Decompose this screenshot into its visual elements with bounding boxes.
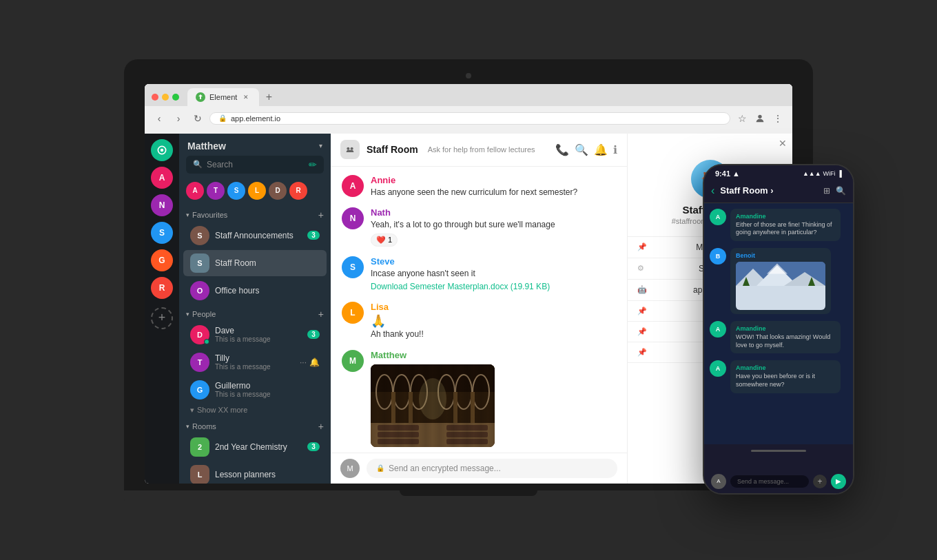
svg-rect-13 [371, 423, 495, 447]
room-item-2nd-chemistry[interactable]: 2 2nd Year Chemistry 3 [183, 434, 327, 460]
svg-point-0 [758, 114, 761, 118]
close-right-panel-button[interactable]: ✕ [779, 138, 787, 149]
traffic-yellow[interactable] [162, 94, 169, 101]
phone-back-button[interactable]: ‹ [711, 185, 714, 197]
room-item-lesson-planners[interactable]: L Lesson planners [183, 462, 327, 484]
user-avatar-3[interactable]: S [151, 222, 173, 244]
search-input[interactable]: Search [207, 160, 233, 169]
msg-content-annie: Annie Has anyone seen the new curriculum… [371, 175, 616, 198]
svg-rect-21 [391, 392, 395, 423]
phone-sender-benoit: Benoit [736, 252, 825, 259]
svg-point-12 [473, 375, 489, 409]
info-icon[interactable]: ℹ [613, 143, 617, 156]
tab-label: Element [209, 93, 237, 101]
room-list-header: Matthew ▾ [179, 134, 331, 156]
tab-close-button[interactable]: ✕ [241, 92, 251, 102]
chat-room-desc: Ask for help from fellow lectures [428, 145, 535, 154]
rooms-label[interactable]: ▾ Rooms [186, 422, 216, 431]
room-item-office-hours[interactable]: O Office hours [183, 278, 327, 304]
search-chat-icon[interactable]: 🔍 [575, 143, 588, 156]
people-item-dave[interactable]: D Dave This is a message 3 [183, 322, 327, 348]
avatar-msg-matthew: M [342, 350, 364, 372]
laptop-camera [466, 73, 471, 79]
user-avatar-1[interactable]: A [151, 167, 173, 189]
phone-search-icon[interactable]: 🔍 [836, 186, 846, 196]
phone-sender-amandine-3: Amandine [736, 364, 835, 371]
phone-msg-amandine-1: A Amandine Either of those are fine! Thi… [710, 209, 847, 241]
user-avatar-4[interactable]: G [151, 249, 173, 271]
room-item-staff-announcements[interactable]: S Staff Announcements 3 [183, 222, 327, 249]
bookmark-icon[interactable]: ☆ [734, 111, 750, 126]
favourites-label[interactable]: ▾ Favourites [186, 211, 227, 219]
recent-avatar-1[interactable]: A [186, 182, 204, 200]
phone-status-icons: ▲▲▲ WiFi ▐ [803, 170, 842, 177]
add-space-button[interactable]: + [151, 307, 173, 329]
rooms-chevron: ▾ [186, 423, 189, 430]
phone-text-amandine-2: WOW! That looks amazing! Would love to g… [736, 333, 835, 349]
people-section-header: ▾ People + [179, 304, 331, 321]
browser-chrome: Element ✕ + ‹ › ↻ 🔒 app.element.io ☆ [145, 84, 792, 134]
apps-icon: 🤖 [637, 285, 647, 294]
back-button[interactable]: ‹ [152, 111, 167, 126]
phone-input-box[interactable]: Send a message... [730, 475, 809, 488]
user-avatar-5[interactable]: R [151, 277, 173, 299]
user-avatar-2[interactable]: N [151, 194, 173, 216]
phone-msg-benoit: B Benoit [710, 248, 847, 314]
recent-avatar-5[interactable]: D [269, 182, 287, 200]
phone-grid-icon[interactable]: ⊞ [823, 186, 830, 196]
phone-input-area: A Send a message... + ▶ [704, 470, 853, 493]
compose-icon[interactable]: ✏ [309, 159, 317, 170]
phone-home-bar [751, 450, 806, 452]
people-item-tilly[interactable]: T Tilly This is a message ··· 🔔 [183, 349, 327, 375]
msg-text-annie: Has anyone seen the new curriculum for n… [371, 187, 616, 198]
profile-icon[interactable] [752, 111, 768, 126]
show-more-people[interactable]: ▾ Show XX more [183, 404, 327, 417]
add-favourite-button[interactable]: + [318, 209, 324, 220]
recent-avatar-6[interactable]: R [289, 182, 307, 200]
msg-content-steve: Steve Incase anyone hasn't seen it Downl… [371, 256, 616, 292]
notification-chat-icon[interactable]: 🔔 [594, 143, 608, 156]
msg-reaction-nath[interactable]: ❤️ 1 [371, 234, 398, 247]
phone-room-name: Staff Room › [720, 185, 818, 196]
browser-toolbar: ‹ › ↻ 🔒 app.element.io ☆ ⋮ [145, 106, 792, 131]
more-options-icon[interactable]: ··· [300, 357, 307, 367]
menu-icon[interactable]: ⋮ [770, 111, 785, 126]
add-people-button[interactable]: + [318, 309, 324, 320]
chat-input-box[interactable]: 🔒 Send an encrypted message... [367, 459, 617, 478]
avatar-msg-lisa: L [342, 302, 364, 324]
refresh-button[interactable]: ↻ [190, 111, 205, 126]
people-label[interactable]: ▾ People [186, 310, 216, 318]
search-bar[interactable]: 🔍 Search ✏ [186, 156, 324, 174]
msg-text-steve: Incase anyone hasn't seen it [371, 268, 616, 280]
element-logo[interactable] [151, 139, 173, 161]
msg-text-nath: Yeah, it's a lot to go through but sure … [371, 219, 616, 231]
add-room-button[interactable]: + [318, 421, 324, 432]
phone-input-avatar: A [711, 474, 726, 489]
notification-icon[interactable]: 🔔 [309, 357, 320, 367]
browser-tab[interactable]: Element ✕ [187, 88, 259, 106]
recent-avatar-3[interactable]: S [227, 182, 245, 200]
svg-rect-19 [446, 439, 488, 444]
msg-link-steve[interactable]: Download Semester Masterplan.docx (19.91… [371, 282, 550, 291]
call-icon[interactable]: 📞 [555, 143, 569, 156]
forward-button[interactable]: › [171, 111, 186, 126]
svg-rect-22 [409, 392, 413, 423]
msg-sender-matthew: Matthew [371, 350, 616, 360]
people-item-guillermo[interactable]: G Guillermo This is a message [183, 377, 327, 403]
traffic-red[interactable] [152, 94, 158, 101]
chat-actions: 📞 🔍 🔔 ℹ [555, 143, 617, 156]
recent-avatar-2[interactable]: T [207, 182, 225, 200]
new-tab-button[interactable]: + [262, 90, 276, 104]
traffic-green[interactable] [172, 94, 179, 101]
phone-messages: A Amandine Either of those are fine! Thi… [704, 203, 853, 444]
avatar-msg-steve: S [342, 256, 364, 278]
address-bar[interactable]: 🔒 app.element.io [209, 112, 730, 125]
phone-send-button[interactable]: ▶ [831, 474, 846, 489]
room-item-staff-room[interactable]: S Staff Room [183, 250, 327, 276]
header-chevron-icon[interactable]: ▾ [319, 142, 322, 149]
phone-add-button[interactable]: + [813, 475, 827, 488]
tilly-actions: ··· 🔔 [300, 357, 320, 367]
phone-text-amandine-1: Either of those are fine! Thinking of go… [736, 221, 835, 237]
msg-sender-steve: Steve [371, 256, 616, 267]
recent-avatar-4[interactable]: L [248, 182, 266, 200]
